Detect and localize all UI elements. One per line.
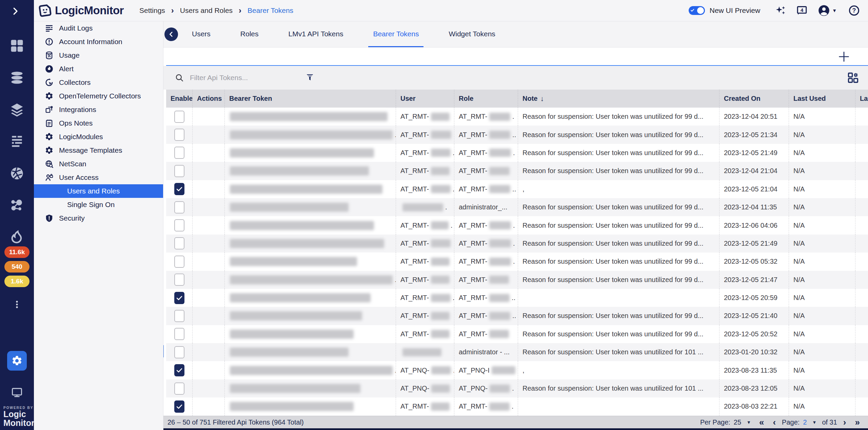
table-row[interactable]: AT_RMT-AT_RMT-.2023-08-03 22:21N/A [166, 397, 868, 415]
enable-checkbox[interactable] [174, 219, 184, 231]
table-row[interactable]: AT_PNQ-AT_PNQ-.Reason for suspension: Us… [166, 379, 868, 397]
sidebar-item-security[interactable]: Security [34, 211, 163, 225]
table-row[interactable]: .AT_PNQ-.AT_PNQ-I...,2023-08-23 11:35N/A [166, 361, 868, 379]
next-page-icon[interactable]: › [843, 419, 846, 426]
enable-checkbox[interactable] [174, 382, 184, 395]
enable-checkbox[interactable] [174, 292, 184, 304]
filter-funnel-icon[interactable] [305, 73, 315, 82]
help-icon[interactable]: ? [848, 5, 860, 16]
last-page-icon[interactable]: » [855, 419, 860, 426]
sparkles-icon[interactable] [775, 5, 786, 16]
tab-bearer-tokens[interactable]: Bearer Tokens [368, 21, 423, 47]
rail-mapping-icon[interactable] [0, 189, 34, 221]
enable-checkbox[interactable] [174, 237, 184, 249]
per-page-value[interactable]: 25 [734, 418, 741, 426]
table-row[interactable]: AT_RMT-.AT_RMT-.Reason for suspension: U… [166, 216, 868, 234]
table-settings-icon[interactable] [847, 72, 859, 84]
enable-checkbox[interactable] [174, 201, 184, 213]
enable-checkbox[interactable] [174, 165, 184, 177]
more-kebab-icon[interactable] [0, 296, 34, 313]
tab-widget-tokens[interactable]: Widget Tokens [444, 21, 500, 47]
tab-lmv1-api-tokens[interactable]: LMv1 API Tokens [284, 21, 348, 47]
page-caret-icon[interactable]: ▼ [812, 420, 817, 425]
enable-checkbox[interactable] [174, 346, 184, 358]
sidebar-item-logicmodules[interactable]: LogicModules [34, 130, 163, 144]
table-row[interactable]: AT_RMT-AT_RMT-.Reason for suspension: Us… [166, 253, 868, 270]
sidebar-item-integrations[interactable]: Integrations [34, 103, 163, 116]
sidebar-item-audit-logs[interactable]: Audit Logs [34, 21, 163, 35]
settings-gear-icon[interactable] [7, 351, 27, 371]
table-row[interactable]: .AT_RMT-AT_RMT-..Reason for suspension: … [166, 126, 868, 144]
new-ui-preview-toggle[interactable] [689, 6, 705, 15]
column-header-bearer-token[interactable]: Bearer Token [225, 90, 396, 108]
column-header-actions[interactable]: Actions [193, 90, 225, 108]
breadcrumb-item[interactable]: Bearer Tokens [248, 6, 293, 15]
per-page-caret-icon[interactable]: ▼ [747, 420, 751, 425]
enable-checkbox[interactable] [174, 400, 184, 413]
rail-websites-icon[interactable] [0, 157, 34, 189]
rail-dashboards-icon[interactable] [0, 30, 34, 62]
expand-sidebar-icon[interactable] [10, 6, 24, 17]
table-row[interactable]: AT_RMT-.AT_RMT-.Reason for suspension: U… [166, 144, 868, 162]
filter-tokens-input[interactable] [190, 74, 292, 82]
rail-logs-icon[interactable] [0, 126, 34, 157]
enable-checkbox[interactable] [174, 129, 184, 141]
sidebar-item-ops-notes[interactable]: Ops Notes [34, 116, 163, 130]
breadcrumb-item[interactable]: Users and Roles [180, 6, 233, 15]
sidebar-item-alert[interactable]: Alert [34, 62, 163, 76]
alert-count-badge[interactable]: 1.6k [4, 276, 29, 287]
avatar-icon[interactable] [818, 4, 830, 17]
column-header-enable[interactable]: Enable [166, 90, 193, 108]
table-row[interactable]: AT_RMT-AT_RMT-Reason for suspension: Use… [166, 162, 868, 180]
enable-checkbox[interactable] [174, 328, 184, 340]
sidebar-item-collectors[interactable]: Collectors [34, 76, 163, 89]
feedback-chat-icon[interactable]: 4 [796, 5, 808, 16]
column-header-last-used[interactable]: Last Used [789, 90, 855, 108]
table-row[interactable]: AT_RMT-AT_RMT-Reason for suspension: Use… [166, 325, 868, 343]
tab-roles[interactable]: Roles [236, 21, 263, 47]
table-row[interactable]: administrator - ...Reason for suspension… [166, 343, 868, 361]
table-row[interactable]: AT_RMT-AT_RMT-.Reason for suspension: Us… [166, 108, 868, 126]
enable-checkbox[interactable] [174, 147, 184, 159]
alert-count-badge[interactable]: 11.6k [4, 246, 29, 258]
alert-count-badge[interactable]: 540 [4, 261, 29, 273]
sidebar-item-account-information[interactable]: Account Information [34, 35, 163, 49]
column-header-user[interactable]: User [396, 90, 454, 108]
table-row[interactable]: .AT_RMT-AT_RMT-Reason for suspension: Us… [166, 271, 868, 289]
current-page-value[interactable]: 2 [803, 418, 807, 426]
table-row[interactable]: AT_RMT-.AT_RMT-..2023-12-05 20:59N/A [166, 289, 868, 307]
table-row[interactable]: AT_RMT-AT_RMT-..Reason for suspension: U… [166, 307, 868, 325]
sidebar-item-single-sign-on[interactable]: Single Sign On [34, 198, 163, 211]
enable-checkbox[interactable] [174, 256, 184, 268]
sidebar-item-user-access[interactable]: User Access [34, 171, 163, 184]
sidebar-item-usage[interactable]: Usage [34, 49, 163, 62]
logicmonitor-logo[interactable]: LogicMonitor [38, 3, 124, 18]
sidebar-item-opentelemetry-collectors[interactable]: OpenTelemetry Collectors [34, 89, 163, 103]
breadcrumb-item[interactable]: Settings [139, 6, 165, 15]
sidebar-item-users-and-roles[interactable]: Users and Roles [34, 184, 163, 198]
enable-checkbox[interactable] [174, 310, 184, 322]
sidebar-item-message-templates[interactable]: Message Templates [34, 144, 163, 157]
column-header-note[interactable]: Note↓ [518, 90, 719, 108]
remote-session-icon[interactable] [0, 383, 34, 402]
sidebar-item-netscan[interactable]: NetScan [34, 157, 163, 171]
table-row[interactable]: .administrator_...Reason for suspension:… [166, 198, 868, 216]
column-header-la[interactable]: La [855, 90, 868, 108]
rail-resources-icon[interactable] [0, 62, 34, 94]
caret-down-icon[interactable]: ▼ [832, 8, 837, 13]
enable-checkbox[interactable] [174, 183, 184, 195]
column-header-created-on[interactable]: Created On [719, 90, 789, 108]
enable-checkbox[interactable] [174, 111, 184, 123]
enable-checkbox[interactable] [174, 274, 184, 286]
table-row[interactable]: AT_RMT-.AT_RMT-..,2023-12-05 21:04N/A [166, 180, 868, 198]
prev-page-icon[interactable]: ‹ [773, 419, 776, 426]
enable-checkbox[interactable] [174, 364, 184, 376]
tab-users[interactable]: Users [187, 21, 215, 47]
add-token-button[interactable] [837, 50, 850, 63]
collapse-sidebar-icon[interactable] [164, 27, 178, 41]
rail-modules-icon[interactable] [0, 94, 34, 126]
first-page-icon[interactable]: « [759, 419, 764, 426]
role-suffix: . [512, 403, 514, 410]
column-header-role[interactable]: Role [454, 90, 518, 108]
table-row[interactable]: AT_RMT-AT_RMT-.Reason for suspension: Us… [166, 235, 868, 253]
